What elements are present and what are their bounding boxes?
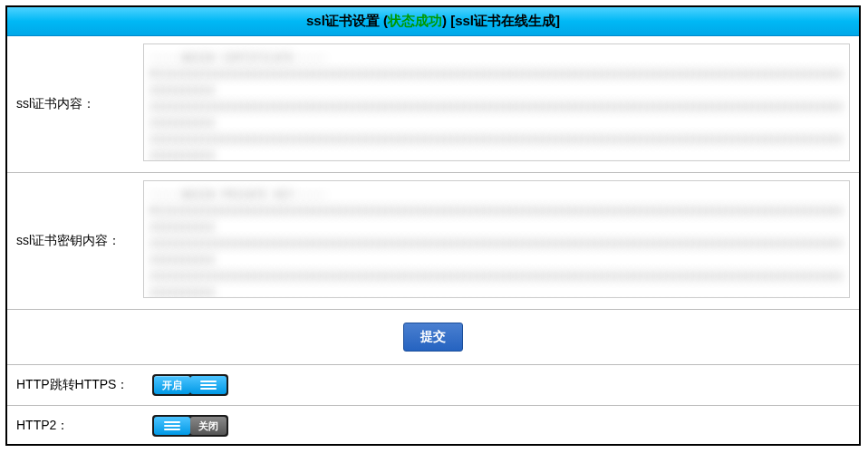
- http-redirect-toggle[interactable]: 开启: [152, 374, 228, 396]
- http2-label: HTTP2：: [16, 418, 152, 434]
- submit-row: 提交: [7, 310, 859, 365]
- header-title-suffix: ]: [555, 13, 560, 28]
- cert-content-label: ssl证书内容：: [16, 96, 143, 112]
- header-title-mid: ) [: [442, 13, 455, 28]
- http2-row: HTTP2： 关闭: [7, 406, 859, 446]
- submit-button[interactable]: 提交: [403, 323, 463, 352]
- toggle-on-label: 开启: [154, 376, 190, 394]
- toggle-off-label: 关闭: [190, 417, 227, 435]
- http2-toggle[interactable]: 关闭: [152, 415, 228, 437]
- key-content-textarea[interactable]: [143, 180, 850, 298]
- settings-panel: ssl证书设置 (状态成功) [ssl证书在线生成] ssl证书内容： ssl证…: [5, 5, 861, 446]
- http-redirect-row: HTTP跳转HTTPS： 开启: [7, 365, 859, 406]
- key-content-label: ssl证书密钥内容：: [16, 233, 143, 249]
- header-status: 状态成功: [388, 13, 442, 28]
- cert-content-textarea[interactable]: [143, 43, 850, 161]
- header-link[interactable]: ssl证书在线生成: [455, 13, 555, 28]
- cert-content-row: ssl证书内容：: [7, 36, 859, 173]
- panel-header: ssl证书设置 (状态成功) [ssl证书在线生成]: [7, 7, 859, 36]
- toggle-grip-icon: [190, 376, 227, 394]
- key-content-row: ssl证书密钥内容：: [7, 173, 859, 310]
- toggle-grip-icon: [154, 417, 190, 435]
- http-redirect-label: HTTP跳转HTTPS：: [16, 377, 152, 393]
- header-title-prefix: ssl证书设置 (: [306, 13, 388, 28]
